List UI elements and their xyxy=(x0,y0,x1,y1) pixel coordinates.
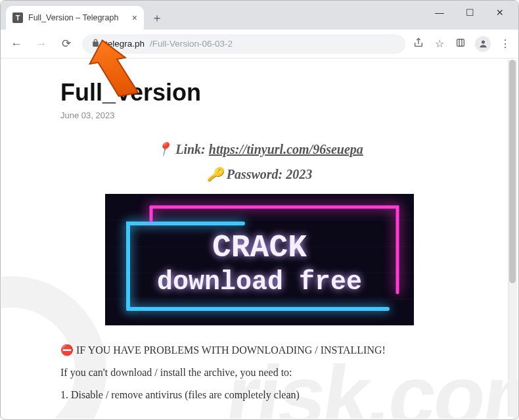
address-bar[interactable]: telegra.ph/Full-Version-06-03-2 xyxy=(82,34,405,54)
close-window-button[interactable]: ✕ xyxy=(487,3,513,22)
download-link[interactable]: https://tinyurl.com/96seuepa xyxy=(209,142,363,156)
password-prefix: Password: xyxy=(227,167,283,181)
link-prefix: Link: xyxy=(175,142,206,156)
pin-icon: 📍 xyxy=(156,142,172,156)
share-icon[interactable] xyxy=(412,37,425,51)
profile-button[interactable] xyxy=(475,36,491,52)
problems-intro: If you can't download / install the arch… xyxy=(60,367,459,379)
banner-text-2: download free xyxy=(157,268,362,297)
browser-toolbar: ← → ⟳ telegra.ph/Full-Version-06-03-2 ☆ … xyxy=(1,30,518,58)
tab-strip: T Full_Version – Telegraph × ＋ — ☐ ✕ xyxy=(1,1,518,30)
lock-icon xyxy=(91,39,100,49)
svg-rect-1 xyxy=(459,39,462,46)
vertical-scrollbar[interactable] xyxy=(508,60,517,417)
minimize-button[interactable]: — xyxy=(426,3,453,22)
bookmark-icon[interactable]: ☆ xyxy=(433,37,446,50)
problems-heading: IF YOU HAVE PROBLEMS WITH DOWNLOADING / … xyxy=(76,344,386,356)
page-date: June 03, 2023 xyxy=(60,110,459,120)
back-button[interactable]: ← xyxy=(7,37,26,51)
tab-favicon: T xyxy=(12,12,23,23)
svg-rect-0 xyxy=(457,39,464,46)
problems-step-1: 1. Disable / remove antivirus (files are… xyxy=(60,389,459,401)
reload-button[interactable]: ⟳ xyxy=(57,37,76,51)
svg-point-2 xyxy=(482,41,485,44)
page-viewport: Full_Version June 03, 2023 📍 Link: https… xyxy=(1,59,518,419)
tab-title: Full_Version – Telegraph xyxy=(28,13,118,22)
maximize-button[interactable]: ☐ xyxy=(457,3,483,22)
new-tab-button[interactable]: ＋ xyxy=(148,9,166,27)
key-icon: 🔑 xyxy=(207,167,223,181)
crack-banner: CRACK download free xyxy=(105,194,414,325)
menu-icon[interactable]: ⋮ xyxy=(499,37,512,50)
banner-text-1: CRACK xyxy=(212,230,307,266)
browser-tab[interactable]: T Full_Version – Telegraph × xyxy=(6,6,144,30)
reading-list-icon[interactable] xyxy=(454,37,467,51)
url-path: /Full-Version-06-03-2 xyxy=(150,39,233,49)
close-tab-icon[interactable]: × xyxy=(132,12,137,23)
password-value: 2023 xyxy=(286,167,312,181)
stop-icon: ⛔ xyxy=(60,344,74,356)
url-host: telegra.ph xyxy=(105,39,145,49)
forward-button[interactable]: → xyxy=(32,37,51,51)
page-title: Full_Version xyxy=(60,79,459,106)
